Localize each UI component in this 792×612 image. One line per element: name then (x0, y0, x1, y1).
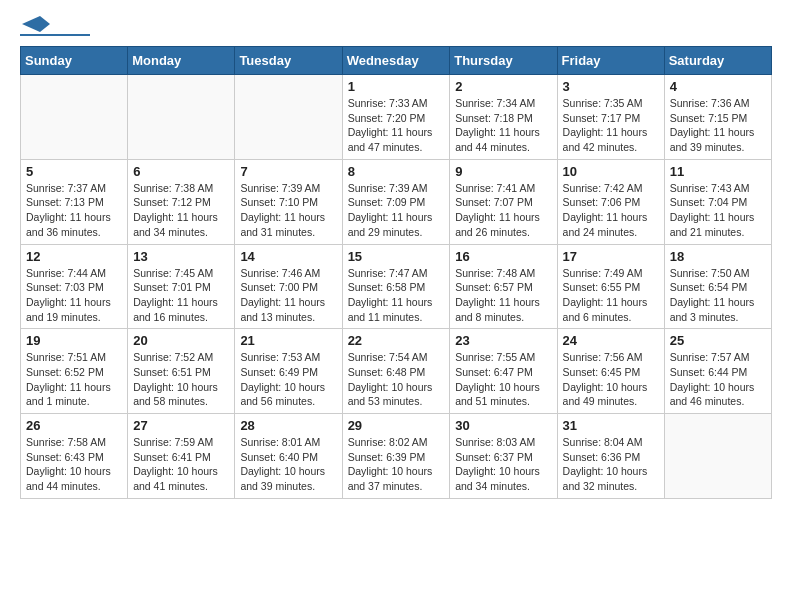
day-info: Sunrise: 7:59 AM Sunset: 6:41 PM Dayligh… (133, 435, 229, 494)
calendar-cell: 20Sunrise: 7:52 AM Sunset: 6:51 PM Dayli… (128, 329, 235, 414)
calendar-cell: 8Sunrise: 7:39 AM Sunset: 7:09 PM Daylig… (342, 159, 450, 244)
day-info: Sunrise: 7:47 AM Sunset: 6:58 PM Dayligh… (348, 266, 445, 325)
day-info: Sunrise: 7:39 AM Sunset: 7:10 PM Dayligh… (240, 181, 336, 240)
day-info: Sunrise: 7:55 AM Sunset: 6:47 PM Dayligh… (455, 350, 551, 409)
day-number: 3 (563, 79, 659, 94)
calendar-week-row: 5Sunrise: 7:37 AM Sunset: 7:13 PM Daylig… (21, 159, 772, 244)
day-info: Sunrise: 7:34 AM Sunset: 7:18 PM Dayligh… (455, 96, 551, 155)
day-info: Sunrise: 8:03 AM Sunset: 6:37 PM Dayligh… (455, 435, 551, 494)
day-number: 24 (563, 333, 659, 348)
calendar-week-row: 1Sunrise: 7:33 AM Sunset: 7:20 PM Daylig… (21, 75, 772, 160)
day-info: Sunrise: 7:37 AM Sunset: 7:13 PM Dayligh… (26, 181, 122, 240)
col-header-monday: Monday (128, 47, 235, 75)
calendar-cell: 5Sunrise: 7:37 AM Sunset: 7:13 PM Daylig… (21, 159, 128, 244)
calendar-cell (664, 414, 771, 499)
day-info: Sunrise: 7:52 AM Sunset: 6:51 PM Dayligh… (133, 350, 229, 409)
calendar-cell: 21Sunrise: 7:53 AM Sunset: 6:49 PM Dayli… (235, 329, 342, 414)
day-number: 25 (670, 333, 766, 348)
day-info: Sunrise: 7:57 AM Sunset: 6:44 PM Dayligh… (670, 350, 766, 409)
day-info: Sunrise: 7:36 AM Sunset: 7:15 PM Dayligh… (670, 96, 766, 155)
day-number: 21 (240, 333, 336, 348)
calendar-cell: 29Sunrise: 8:02 AM Sunset: 6:39 PM Dayli… (342, 414, 450, 499)
day-number: 27 (133, 418, 229, 433)
calendar-cell (235, 75, 342, 160)
calendar-cell: 3Sunrise: 7:35 AM Sunset: 7:17 PM Daylig… (557, 75, 664, 160)
calendar-cell: 9Sunrise: 7:41 AM Sunset: 7:07 PM Daylig… (450, 159, 557, 244)
calendar-week-row: 26Sunrise: 7:58 AM Sunset: 6:43 PM Dayli… (21, 414, 772, 499)
day-number: 23 (455, 333, 551, 348)
day-number: 16 (455, 249, 551, 264)
calendar-cell (21, 75, 128, 160)
calendar-cell: 25Sunrise: 7:57 AM Sunset: 6:44 PM Dayli… (664, 329, 771, 414)
day-number: 29 (348, 418, 445, 433)
day-number: 14 (240, 249, 336, 264)
day-number: 7 (240, 164, 336, 179)
calendar-cell: 15Sunrise: 7:47 AM Sunset: 6:58 PM Dayli… (342, 244, 450, 329)
calendar-cell: 13Sunrise: 7:45 AM Sunset: 7:01 PM Dayli… (128, 244, 235, 329)
calendar-cell: 30Sunrise: 8:03 AM Sunset: 6:37 PM Dayli… (450, 414, 557, 499)
svg-marker-0 (22, 16, 50, 32)
day-number: 1 (348, 79, 445, 94)
day-info: Sunrise: 7:43 AM Sunset: 7:04 PM Dayligh… (670, 181, 766, 240)
day-info: Sunrise: 7:46 AM Sunset: 7:00 PM Dayligh… (240, 266, 336, 325)
day-number: 19 (26, 333, 122, 348)
day-info: Sunrise: 7:50 AM Sunset: 6:54 PM Dayligh… (670, 266, 766, 325)
calendar-cell: 11Sunrise: 7:43 AM Sunset: 7:04 PM Dayli… (664, 159, 771, 244)
calendar-cell: 26Sunrise: 7:58 AM Sunset: 6:43 PM Dayli… (21, 414, 128, 499)
calendar-cell (128, 75, 235, 160)
day-info: Sunrise: 7:44 AM Sunset: 7:03 PM Dayligh… (26, 266, 122, 325)
day-info: Sunrise: 7:58 AM Sunset: 6:43 PM Dayligh… (26, 435, 122, 494)
day-number: 31 (563, 418, 659, 433)
col-header-saturday: Saturday (664, 47, 771, 75)
day-number: 28 (240, 418, 336, 433)
logo-arrow-icon (22, 16, 50, 32)
day-info: Sunrise: 7:38 AM Sunset: 7:12 PM Dayligh… (133, 181, 229, 240)
day-info: Sunrise: 7:35 AM Sunset: 7:17 PM Dayligh… (563, 96, 659, 155)
day-number: 4 (670, 79, 766, 94)
day-number: 5 (26, 164, 122, 179)
day-number: 20 (133, 333, 229, 348)
day-info: Sunrise: 7:41 AM Sunset: 7:07 PM Dayligh… (455, 181, 551, 240)
day-number: 17 (563, 249, 659, 264)
calendar-cell: 28Sunrise: 8:01 AM Sunset: 6:40 PM Dayli… (235, 414, 342, 499)
calendar-table: SundayMondayTuesdayWednesdayThursdayFrid… (20, 46, 772, 499)
day-number: 18 (670, 249, 766, 264)
calendar-cell: 7Sunrise: 7:39 AM Sunset: 7:10 PM Daylig… (235, 159, 342, 244)
calendar-week-row: 19Sunrise: 7:51 AM Sunset: 6:52 PM Dayli… (21, 329, 772, 414)
col-header-tuesday: Tuesday (235, 47, 342, 75)
calendar-cell: 22Sunrise: 7:54 AM Sunset: 6:48 PM Dayli… (342, 329, 450, 414)
day-number: 10 (563, 164, 659, 179)
calendar-cell: 6Sunrise: 7:38 AM Sunset: 7:12 PM Daylig… (128, 159, 235, 244)
calendar-cell: 27Sunrise: 7:59 AM Sunset: 6:41 PM Dayli… (128, 414, 235, 499)
calendar-cell: 24Sunrise: 7:56 AM Sunset: 6:45 PM Dayli… (557, 329, 664, 414)
day-number: 12 (26, 249, 122, 264)
day-info: Sunrise: 7:33 AM Sunset: 7:20 PM Dayligh… (348, 96, 445, 155)
day-number: 22 (348, 333, 445, 348)
logo-underline (20, 34, 90, 36)
calendar-header-row: SundayMondayTuesdayWednesdayThursdayFrid… (21, 47, 772, 75)
day-number: 2 (455, 79, 551, 94)
col-header-wednesday: Wednesday (342, 47, 450, 75)
day-info: Sunrise: 7:39 AM Sunset: 7:09 PM Dayligh… (348, 181, 445, 240)
calendar-cell: 17Sunrise: 7:49 AM Sunset: 6:55 PM Dayli… (557, 244, 664, 329)
day-number: 26 (26, 418, 122, 433)
calendar-cell: 19Sunrise: 7:51 AM Sunset: 6:52 PM Dayli… (21, 329, 128, 414)
day-number: 13 (133, 249, 229, 264)
calendar-cell: 10Sunrise: 7:42 AM Sunset: 7:06 PM Dayli… (557, 159, 664, 244)
day-number: 9 (455, 164, 551, 179)
day-info: Sunrise: 8:04 AM Sunset: 6:36 PM Dayligh… (563, 435, 659, 494)
day-info: Sunrise: 7:42 AM Sunset: 7:06 PM Dayligh… (563, 181, 659, 240)
day-info: Sunrise: 7:53 AM Sunset: 6:49 PM Dayligh… (240, 350, 336, 409)
col-header-thursday: Thursday (450, 47, 557, 75)
day-info: Sunrise: 8:02 AM Sunset: 6:39 PM Dayligh… (348, 435, 445, 494)
calendar-cell: 18Sunrise: 7:50 AM Sunset: 6:54 PM Dayli… (664, 244, 771, 329)
day-number: 30 (455, 418, 551, 433)
calendar-cell: 1Sunrise: 7:33 AM Sunset: 7:20 PM Daylig… (342, 75, 450, 160)
day-number: 8 (348, 164, 445, 179)
day-number: 11 (670, 164, 766, 179)
day-info: Sunrise: 7:54 AM Sunset: 6:48 PM Dayligh… (348, 350, 445, 409)
logo (20, 20, 90, 36)
day-number: 6 (133, 164, 229, 179)
day-info: Sunrise: 7:51 AM Sunset: 6:52 PM Dayligh… (26, 350, 122, 409)
day-info: Sunrise: 7:49 AM Sunset: 6:55 PM Dayligh… (563, 266, 659, 325)
